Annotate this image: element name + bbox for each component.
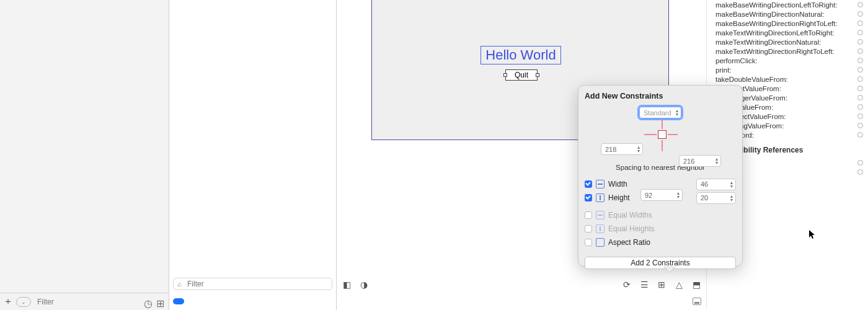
bottom-strut-icon[interactable]	[662, 140, 663, 151]
align-icon[interactable]: ☰	[639, 280, 649, 290]
left-strut-icon[interactable]	[644, 134, 657, 135]
right-strut-icon[interactable]	[668, 134, 678, 135]
method-name: makeBaseWritingDirectionNatural:	[715, 11, 825, 18]
chevron-updown-icon: ▴▾	[730, 181, 733, 188]
top-spacing-select[interactable]: Standard▴▾	[639, 107, 681, 118]
popover-title: Add New Constraints	[585, 92, 736, 100]
resolve-issues-icon[interactable]: △	[674, 280, 684, 290]
navigator-panel: ＋ ⌄ ◷ ⊞	[0, 0, 169, 310]
outlet-circle-icon[interactable]	[857, 104, 863, 110]
equal-heights-checkbox[interactable]	[585, 225, 592, 232]
outlet-circle-icon[interactable]	[857, 39, 863, 45]
method-name: makeTextWritingDirectionNatural:	[715, 38, 821, 46]
quit-button[interactable]: Quit	[505, 69, 538, 81]
equal-heights-icon	[596, 224, 604, 233]
outlet-circle-icon[interactable]	[857, 30, 863, 35]
equal-widths-row: Equal Widths	[585, 208, 736, 222]
outlet-circle-icon[interactable]	[857, 76, 863, 82]
navigator-tree[interactable]	[0, 0, 169, 293]
action-method-row[interactable]: performClick:	[715, 56, 863, 65]
filter-scope-toggle[interactable]: ⌄	[16, 297, 31, 307]
equal-widths-checkbox[interactable]	[585, 211, 592, 219]
method-name: makeBaseWritingDirectionLeftToRight:	[715, 1, 838, 9]
outlet-circle-icon[interactable]	[857, 169, 863, 175]
scm-icon[interactable]: ⊞	[156, 298, 165, 306]
outlet-circle-icon[interactable]	[857, 58, 863, 63]
equal-heights-row: Equal Heights	[585, 222, 736, 236]
outlet-circle-icon[interactable]	[857, 160, 863, 166]
chevron-updown-icon: ▴▾	[676, 109, 678, 117]
outlet-circle-icon[interactable]	[857, 67, 863, 73]
outline-tree[interactable]	[169, 0, 336, 275]
outlet-circle-icon[interactable]	[857, 11, 863, 17]
method-name: performClick:	[715, 57, 758, 64]
hello-world-label[interactable]: Hello World	[480, 46, 561, 64]
add-constraints-popover: Add New Constraints Standard▴▾ 218▴▾ 216…	[578, 85, 743, 267]
action-method-row[interactable]: makeBaseWritingDirectionLeftToRight:	[715, 0, 863, 9]
navigator-footer: ＋ ⌄ ◷ ⊞	[0, 293, 169, 310]
add-constraints-button[interactable]: Add 2 Constraints	[585, 257, 736, 269]
aspect-ratio-checkbox[interactable]	[585, 239, 592, 246]
action-method-row[interactable]: makeBaseWritingDirectionNatural:	[715, 9, 863, 19]
bottom-spacing-select[interactable]: 92▴▾	[640, 189, 683, 201]
outlet-circle-icon[interactable]	[857, 2, 863, 7]
panel-toggle-icon[interactable]: ◧	[342, 280, 352, 290]
outline-filter-field[interactable]: ⌕	[173, 278, 332, 290]
selection-indicator	[173, 298, 184, 304]
action-method-row[interactable]: takeDoubleValueFrom:	[715, 74, 863, 84]
width-label: Width	[608, 180, 693, 188]
height-checkbox[interactable]	[585, 194, 592, 202]
height-icon	[596, 193, 604, 202]
equal-widths-label: Equal Widths	[608, 211, 736, 219]
aspect-ratio-row: Aspect Ratio	[585, 236, 736, 249]
dimension-constraints: Width 46▴▾ Height 20▴▾ Equal Widths Equa…	[585, 177, 736, 249]
navigator-filter-input[interactable]	[35, 298, 140, 306]
chevron-updown-icon: ▴▾	[730, 195, 733, 202]
outlet-circle-icon[interactable]	[857, 48, 863, 54]
method-name: makeBaseWritingDirectionRightToLeft:	[715, 20, 838, 27]
outlet-circle-icon[interactable]	[857, 95, 863, 100]
action-method-row[interactable]: makeBaseWritingDirectionRightToLeft:	[715, 19, 863, 28]
canvas-toolbar: ◧ ◑ ⟳ ☰ ⊞ △ ⬒	[337, 275, 706, 293]
width-checkbox[interactable]	[585, 180, 592, 188]
tray-icon[interactable]	[693, 298, 701, 305]
chevron-updown-icon: ▴▾	[715, 157, 718, 165]
height-value-select[interactable]: 20▴▾	[696, 192, 736, 204]
method-name: print:	[715, 66, 732, 74]
update-frames-icon[interactable]: ⟳	[622, 280, 632, 290]
outlet-circle-icon[interactable]	[857, 132, 863, 138]
embed-in-icon[interactable]: ⬒	[691, 280, 701, 290]
add-constraints-icon[interactable]: ⊞	[657, 280, 666, 290]
appearance-toggle-icon[interactable]: ◑	[359, 280, 369, 290]
document-outline-panel: ⌕	[169, 0, 337, 310]
search-icon: ⌕	[177, 280, 185, 288]
right-spacing-select[interactable]: 216▴▾	[679, 155, 721, 167]
chevron-updown-icon: ▴▾	[637, 146, 640, 153]
spacing-cross: Standard▴▾ 218▴▾ 216▴▾ 92▴▾	[585, 107, 736, 162]
action-method-row[interactable]: makeTextWritingDirectionNatural:	[715, 37, 863, 46]
add-icon[interactable]: ＋	[4, 298, 12, 306]
outline-filter-input[interactable]	[187, 280, 328, 288]
method-name: takeDoubleValueFrom:	[715, 76, 788, 83]
canvas-status-bar	[337, 293, 706, 310]
outlet-circle-icon[interactable]	[857, 86, 863, 91]
quit-button-label: Quit	[515, 71, 528, 79]
top-strut-icon[interactable]	[662, 119, 663, 129]
action-method-row[interactable]: print:	[715, 65, 863, 74]
chevron-updown-icon: ▴▾	[677, 192, 680, 199]
action-method-row[interactable]: makeTextWritingDirectionRightToLeft:	[715, 46, 863, 56]
aspect-ratio-label: Aspect Ratio	[608, 238, 736, 247]
outlet-circle-icon[interactable]	[857, 20, 863, 26]
method-name: makeTextWritingDirectionRightToLeft:	[715, 48, 835, 55]
aspect-ratio-icon	[596, 238, 604, 247]
outlet-circle-icon[interactable]	[857, 123, 863, 128]
method-name: makeTextWritingDirectionLeftToRight:	[715, 29, 835, 37]
equal-widths-icon	[596, 211, 604, 219]
equal-heights-label: Equal Heights	[608, 224, 736, 233]
recent-icon[interactable]: ◷	[144, 298, 153, 306]
outlet-circle-icon[interactable]	[857, 113, 863, 119]
left-spacing-select[interactable]: 218▴▾	[601, 143, 643, 155]
spacing-center-box	[658, 130, 666, 139]
action-method-row[interactable]: makeTextWritingDirectionLeftToRight:	[715, 28, 863, 37]
width-value-select[interactable]: 46▴▾	[696, 179, 736, 190]
